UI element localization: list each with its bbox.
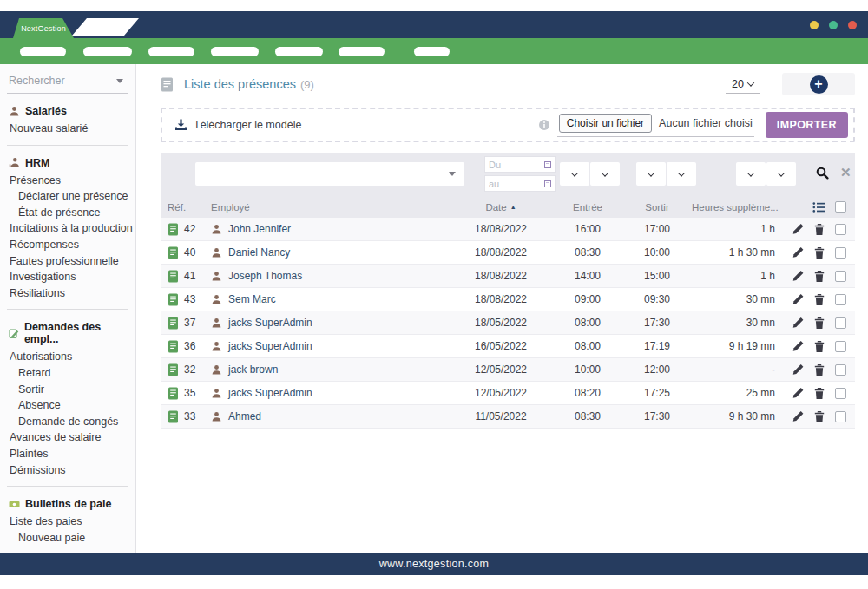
row-checkbox[interactable]	[835, 317, 846, 329]
nav-item-placeholder[interactable]	[339, 47, 385, 56]
employee-link[interactable]: jacks SuperAdmin	[228, 387, 312, 399]
delete-icon[interactable]	[813, 317, 825, 330]
employee-link[interactable]: Sem Marc	[228, 293, 276, 305]
import-button[interactable]: IMPORTER	[766, 112, 848, 138]
row-checkbox[interactable]	[835, 364, 846, 376]
calendar-icon[interactable]	[544, 180, 551, 187]
edit-icon[interactable]	[792, 317, 804, 329]
nav-item-placeholder[interactable]	[148, 47, 194, 56]
overtime-minute-select[interactable]	[766, 162, 796, 186]
delete-icon[interactable]	[813, 223, 825, 236]
employee-link[interactable]: Joseph Thomas	[228, 270, 302, 282]
delete-icon[interactable]	[813, 270, 825, 283]
edit-icon[interactable]	[792, 363, 804, 376]
clear-filters-icon[interactable]: ✕	[840, 165, 852, 180]
sidebar-item-incitations[interactable]: Incitations à la production	[7, 220, 128, 237]
download-template-link[interactable]: Télécharger le modèle	[174, 119, 301, 131]
delete-icon[interactable]	[813, 363, 825, 376]
sidebar-item-autorisations[interactable]: Autorisations	[7, 349, 128, 365]
attendance-doc-icon	[168, 223, 179, 236]
minimize-dot[interactable]	[810, 21, 819, 29]
ref-value: 33	[184, 410, 195, 422]
nav-item-placeholder[interactable]	[414, 47, 450, 56]
sidebar-item-investigations[interactable]: Investigations	[7, 269, 128, 285]
edit-icon[interactable]	[792, 340, 804, 352]
sidebar-item-resiliations[interactable]: Résiliations	[7, 285, 128, 302]
employee-filter-select[interactable]	[195, 162, 464, 186]
employee-link[interactable]: Ahmed	[228, 410, 261, 422]
nav-item-placeholder[interactable]	[83, 47, 132, 56]
sidebar-item-plaintes[interactable]: Plaintes	[7, 446, 128, 462]
entry-minute-select[interactable]	[590, 162, 620, 186]
edit-icon[interactable]	[792, 410, 804, 422]
row-checkbox[interactable]	[835, 388, 846, 399]
select-all-checkbox[interactable]	[835, 201, 846, 213]
edit-icon[interactable]	[792, 270, 804, 282]
sidebar-item-nouveau-paie[interactable]: Nouveau paie	[7, 530, 128, 546]
row-checkbox[interactable]	[835, 411, 846, 422]
employee-link[interactable]: John Jennifer	[228, 223, 291, 235]
close-dot[interactable]	[848, 21, 857, 29]
sidebar-item-nouveau-salarie[interactable]: Nouveau salarié	[7, 121, 128, 137]
sidebar-item-demande-conges[interactable]: Demande de congés	[7, 414, 128, 430]
brand-tab[interactable]: NextGestion	[13, 18, 74, 38]
nav-item-placeholder[interactable]	[20, 47, 66, 56]
list-icon[interactable]	[812, 201, 825, 213]
row-checkbox[interactable]	[835, 224, 846, 235]
edit-icon[interactable]	[792, 387, 804, 399]
sidebar-item-presences[interactable]: Présences	[7, 173, 128, 189]
delete-icon[interactable]	[813, 387, 825, 400]
employee-link[interactable]: jacks SuperAdmin	[228, 340, 312, 352]
edit-icon[interactable]	[792, 246, 804, 259]
sidebar-item-sortir[interactable]: Sortir	[7, 382, 128, 398]
add-button[interactable]: +	[810, 75, 828, 94]
entree-value: 14:00	[553, 270, 622, 282]
ref-value: 43	[184, 293, 195, 305]
sidebar-item-declarer-presence[interactable]: Déclarer une présence	[7, 188, 128, 205]
row-checkbox[interactable]	[835, 271, 846, 282]
date-to-input[interactable]	[489, 179, 536, 189]
nav-item-placeholder[interactable]	[275, 47, 323, 56]
delete-icon[interactable]	[813, 340, 825, 353]
employee-link[interactable]: jack brown	[228, 363, 278, 376]
sidebar-item-liste-paies[interactable]: Liste des paies	[7, 514, 128, 530]
employee-link[interactable]: jacks SuperAdmin	[228, 317, 312, 329]
row-checkbox[interactable]	[835, 341, 846, 352]
choose-file-button[interactable]: Choisir un fichier	[559, 114, 652, 133]
delete-icon[interactable]	[813, 293, 825, 306]
chevron-down-icon	[747, 169, 754, 176]
overtime-hour-select[interactable]	[736, 162, 766, 186]
exit-hour-select[interactable]	[636, 162, 666, 186]
table-row: 35 jacks SuperAdmin 12/05/2022 08:20 17:…	[161, 382, 855, 405]
sidebar-item-fautes[interactable]: Fautes professionnelle	[7, 253, 128, 270]
info-icon	[538, 119, 550, 131]
sidebar-item-recompenses[interactable]: Récompenses	[7, 237, 128, 253]
edit-icon[interactable]	[792, 293, 804, 305]
sidebar-item-demissions[interactable]: Démissions	[7, 462, 128, 479]
delete-icon[interactable]	[813, 410, 825, 423]
entry-hour-select[interactable]	[560, 162, 589, 186]
entree-value: 08:30	[553, 410, 622, 422]
page-size-select[interactable]: 20	[726, 75, 760, 94]
sidebar-item-absence[interactable]: Absence	[7, 397, 128, 414]
search-placeholder: Rechercher	[9, 75, 65, 87]
row-checkbox[interactable]	[835, 247, 846, 259]
search-icon[interactable]	[816, 167, 829, 180]
sidebar-search-select[interactable]: Rechercher	[7, 73, 128, 94]
sidebar-item-etat-presence[interactable]: État de présence	[7, 205, 128, 221]
ref-value: 36	[184, 340, 195, 352]
calendar-icon[interactable]	[544, 161, 551, 168]
col-date-sort[interactable]: Date ▲	[449, 202, 553, 213]
exit-minute-select[interactable]	[667, 162, 696, 186]
nav-item-placeholder[interactable]	[211, 47, 259, 56]
inactive-tab[interactable]	[72, 18, 139, 36]
edit-icon[interactable]	[792, 223, 804, 235]
sidebar-item-avances-salaire[interactable]: Avances de salaire	[7, 429, 128, 446]
employee-link[interactable]: Daniel Nancy	[228, 246, 290, 259]
row-checkbox[interactable]	[835, 294, 846, 305]
maximize-dot[interactable]	[829, 21, 838, 29]
person-icon	[211, 271, 222, 282]
sidebar-item-retard[interactable]: Retard	[7, 365, 128, 382]
delete-icon[interactable]	[813, 246, 825, 259]
date-from-input[interactable]	[489, 160, 536, 170]
